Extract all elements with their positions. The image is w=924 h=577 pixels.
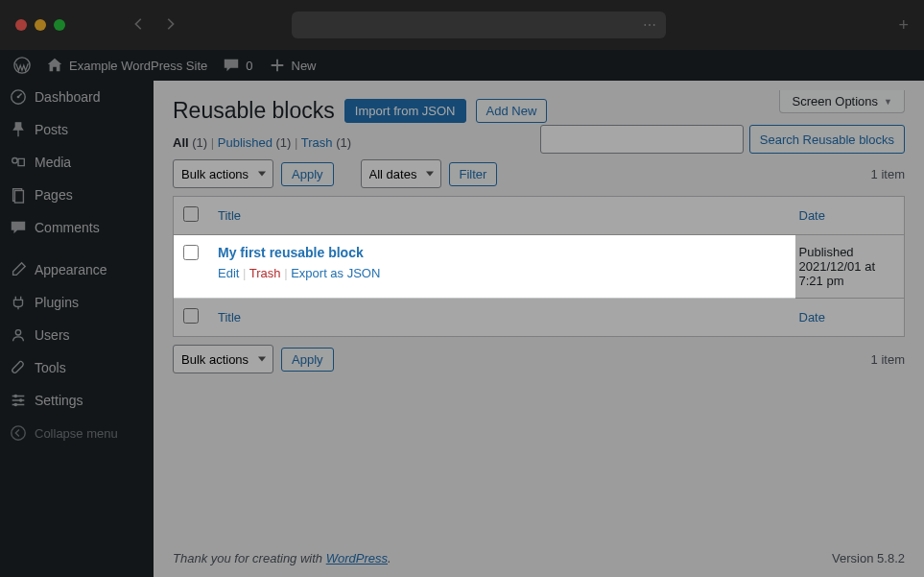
row-title-link[interactable]: My first reusable block <box>218 245 364 260</box>
admin-sidebar: Dashboard Posts Media Pages Comments App… <box>0 81 154 577</box>
col-title-footer[interactable]: Title <box>218 310 241 325</box>
wp-logo-icon[interactable] <box>6 50 38 81</box>
comment-icon <box>223 57 240 74</box>
screen-options-label: Screen Options <box>792 94 878 108</box>
sidebar-item-label: Settings <box>35 393 83 408</box>
plug-icon <box>10 294 27 311</box>
user-icon <box>10 326 27 344</box>
row-actions: Edit | Trash | Export as JSON <box>218 266 780 280</box>
filter-all-count: (1) <box>192 135 207 150</box>
sidebar-item-label: Posts <box>35 122 68 137</box>
forward-button[interactable] <box>163 17 177 34</box>
row-date-status: Published <box>799 245 854 259</box>
sidebar-item-appearance[interactable]: Appearance <box>0 253 154 286</box>
import-json-button[interactable]: Import from JSON <box>344 99 466 123</box>
comments-link[interactable]: 0 <box>215 50 260 81</box>
page-title: Reusable blocks <box>173 98 335 124</box>
svg-point-7 <box>14 395 18 398</box>
sidebar-item-label: Dashboard <box>35 89 101 105</box>
sidebar-item-users[interactable]: Users <box>0 319 154 351</box>
comments-icon <box>10 219 27 236</box>
content-area: Screen Options Reusable blocks Import fr… <box>154 81 924 577</box>
filter-trash-count: (1) <box>336 135 351 150</box>
address-menu-icon[interactable]: ⋯ <box>643 17 656 33</box>
collapse-icon <box>10 424 27 442</box>
sidebar-item-comments[interactable]: Comments <box>0 211 154 244</box>
footer-thanks: Thank you for creating with <box>173 551 326 565</box>
bulk-actions-select[interactable]: Bulk actions <box>173 159 273 188</box>
sidebar-item-dashboard[interactable]: Dashboard <box>0 81 154 113</box>
sidebar-item-media[interactable]: Media <box>0 146 154 179</box>
tablenav-bottom: Bulk actions Apply 1 item <box>173 345 905 373</box>
svg-point-6 <box>15 330 20 335</box>
col-date-footer[interactable]: Date <box>799 310 825 325</box>
browser-nav-arrows <box>132 17 177 34</box>
sidebar-item-label: Appearance <box>35 262 107 277</box>
new-link[interactable]: New <box>261 50 324 81</box>
site-link[interactable]: Example WordPress Site <box>38 50 215 81</box>
col-date-header[interactable]: Date <box>799 208 825 223</box>
filter-published-count: (1) <box>276 135 292 150</box>
item-count-bottom: 1 item <box>871 352 905 367</box>
address-bar[interactable]: ⋯ <box>292 12 666 38</box>
tablenav-top: Bulk actions Apply All dates Filter 1 it… <box>173 159 905 188</box>
search-input[interactable] <box>540 125 744 154</box>
screen-options-toggle[interactable]: Screen Options <box>779 90 905 113</box>
row-trash-link[interactable]: Trash <box>249 266 281 280</box>
new-tab-button[interactable]: + <box>898 15 909 36</box>
footer-wp-link[interactable]: WordPress <box>326 551 388 565</box>
search-button[interactable]: Search Reusable blocks <box>749 125 905 154</box>
date-filter-select[interactable]: All dates <box>361 159 441 188</box>
collapse-menu[interactable]: Collapse menu <box>0 417 154 449</box>
sidebar-item-label: Pages <box>35 187 73 203</box>
sidebar-item-tools[interactable]: Tools <box>0 351 154 384</box>
collapse-label: Collapse menu <box>35 426 118 441</box>
home-icon <box>46 57 63 74</box>
row-checkbox[interactable] <box>183 245 199 260</box>
sidebar-item-label: Comments <box>35 220 100 235</box>
sliders-icon <box>10 392 27 409</box>
back-button[interactable] <box>132 17 146 34</box>
media-icon <box>10 154 27 171</box>
col-title-header[interactable]: Title <box>218 208 241 223</box>
svg-point-2 <box>17 96 20 99</box>
new-label: New <box>292 59 317 73</box>
svg-point-8 <box>19 398 23 402</box>
row-date-value: 2021/12/01 at 7:21 pm <box>799 259 876 288</box>
filter-published[interactable]: Published <box>218 135 272 150</box>
wp-footer: Thank you for creating with WordPress. V… <box>154 540 924 577</box>
select-all-bottom[interactable] <box>183 308 199 324</box>
traffic-lights <box>15 19 65 31</box>
plus-icon <box>269 57 286 74</box>
site-title: Example WordPress Site <box>69 59 207 73</box>
brush-icon <box>10 261 27 278</box>
sidebar-item-settings[interactable]: Settings <box>0 384 154 417</box>
filter-button[interactable]: Filter <box>449 162 498 186</box>
close-window-icon[interactable] <box>15 19 27 31</box>
sidebar-item-posts[interactable]: Posts <box>0 113 154 146</box>
table-row: My first reusable block Edit | Trash | E… <box>174 235 905 299</box>
maximize-window-icon[interactable] <box>54 19 65 31</box>
row-edit-link[interactable]: Edit <box>218 266 239 280</box>
add-new-button[interactable]: Add New <box>476 99 548 123</box>
row-export-link[interactable]: Export as JSON <box>291 266 380 280</box>
comments-count: 0 <box>246 59 252 73</box>
svg-point-10 <box>12 426 25 440</box>
sidebar-item-plugins[interactable]: Plugins <box>0 286 154 319</box>
svg-point-9 <box>14 403 18 407</box>
sidebar-item-label: Plugins <box>35 295 79 310</box>
bulk-actions-select-bottom[interactable]: Bulk actions <box>173 345 273 373</box>
apply-bulk-button-bottom[interactable]: Apply <box>281 348 334 372</box>
svg-rect-5 <box>14 191 23 204</box>
pin-icon <box>10 121 27 138</box>
minimize-window-icon[interactable] <box>35 19 46 31</box>
dashboard-icon <box>10 88 27 106</box>
filter-all[interactable]: All <box>173 135 189 150</box>
search-box: Search Reusable blocks <box>540 125 905 154</box>
sidebar-item-pages[interactable]: Pages <box>0 179 154 211</box>
apply-bulk-button[interactable]: Apply <box>281 162 334 186</box>
select-all-top[interactable] <box>183 206 199 222</box>
filter-trash[interactable]: Trash <box>301 135 333 150</box>
svg-point-3 <box>12 158 17 163</box>
wp-admin-bar: Example WordPress Site 0 New <box>0 50 924 81</box>
